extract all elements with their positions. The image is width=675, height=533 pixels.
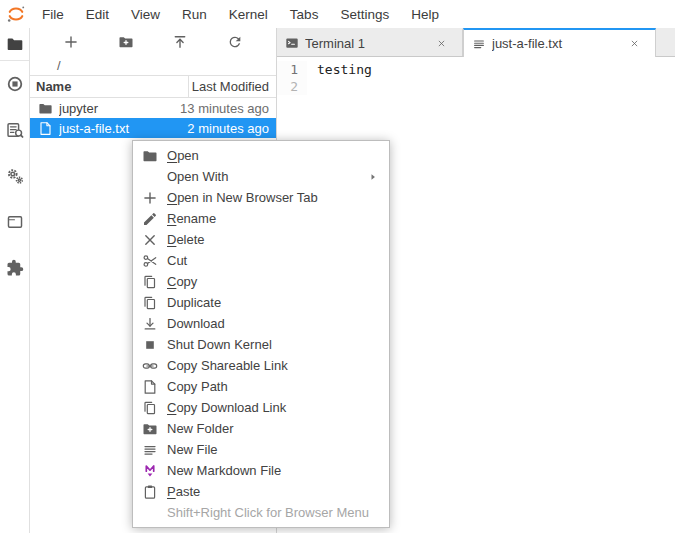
menubar: FileEditViewRunKernelTabsSettingsHelp — [0, 0, 675, 28]
upload-button[interactable] — [168, 30, 192, 54]
context-menu-item-label: Rename — [167, 211, 389, 226]
column-header-name[interactable]: Name — [30, 79, 158, 94]
line-number: 1 — [277, 61, 307, 78]
jupyter-logo-icon — [5, 3, 27, 25]
editor-line: 1testing — [277, 61, 675, 78]
file-list-header: Name Last Modified — [30, 75, 276, 98]
context-menu-item-open-with[interactable]: Open With — [133, 166, 389, 187]
context-menu-item-new-folder[interactable]: New Folder — [133, 418, 389, 439]
menu-kernel[interactable]: Kernel — [218, 0, 279, 28]
menu-edit[interactable]: Edit — [75, 0, 120, 28]
breadcrumb-path: / — [57, 58, 61, 73]
file-list: jupyter13 minutes agojust-a-file.txt2 mi… — [30, 98, 276, 138]
sidebar-item-property-inspector[interactable] — [0, 153, 29, 199]
context-menu-item-label: Shut Down Kernel — [167, 337, 389, 352]
context-menu-item-copy-download-link[interactable]: Copy Download Link — [133, 397, 389, 418]
tab-terminal-1[interactable]: Terminal 1 — [277, 28, 463, 56]
context-menu-item-label: Download — [167, 316, 389, 331]
context-menu-item-label: New Folder — [167, 421, 389, 436]
stop-square-icon — [142, 337, 158, 353]
tabs-icon — [6, 213, 24, 231]
file-browser-toolbar — [30, 28, 276, 56]
refresh-button[interactable] — [223, 30, 247, 54]
refresh-icon — [227, 34, 243, 50]
menu-view[interactable]: View — [120, 0, 171, 28]
context-menu-item-shut-down-kernel[interactable]: Shut Down Kernel — [133, 334, 389, 355]
tab-label: Terminal 1 — [305, 36, 426, 51]
context-menu-item-paste[interactable]: Paste — [133, 481, 389, 502]
sidebar-item-extension-manager[interactable] — [0, 245, 29, 291]
column-header-last-modified[interactable]: Last Modified — [189, 79, 276, 94]
context-menu-item-cut[interactable]: Cut — [133, 250, 389, 271]
new-folder-icon — [118, 34, 134, 50]
palette-icon — [6, 121, 24, 139]
context-menu-item-copy-path[interactable]: Copy Path — [133, 376, 389, 397]
context-menu-item-new-file[interactable]: New File — [133, 439, 389, 460]
line-text — [307, 78, 317, 95]
line-number: 2 — [277, 78, 307, 95]
submenu-arrow-icon — [367, 171, 379, 183]
menu-run[interactable]: Run — [171, 0, 218, 28]
file-icon — [142, 379, 158, 395]
file-modified: 13 minutes ago — [180, 101, 276, 116]
sidebar-item-command-palette[interactable] — [0, 107, 29, 153]
context-menu-item-label: Duplicate — [167, 295, 389, 310]
sidebar-item-open-tabs[interactable] — [0, 199, 29, 245]
tab-just-a-file-txt[interactable]: just-a-file.txt — [463, 28, 656, 57]
folder-icon — [38, 101, 53, 116]
folder-icon — [6, 35, 24, 53]
context-menu-item-copy-shareable-link[interactable]: Copy Shareable Link — [133, 355, 389, 376]
dock-tab-bar: Terminal 1just-a-file.txt — [277, 28, 675, 57]
file-row-just-a-file-txt[interactable]: just-a-file.txt2 minutes ago — [30, 118, 276, 138]
upload-icon — [172, 34, 188, 50]
context-menu-item-label: Open — [167, 148, 389, 163]
context-menu-item-label: New File — [167, 442, 389, 457]
context-menu-item-download[interactable]: Download — [133, 313, 389, 334]
paste-icon — [142, 484, 158, 500]
context-menu-item-open-in-new-browser-tab[interactable]: Open in New Browser Tab — [133, 187, 389, 208]
copy-icon — [142, 274, 158, 290]
new-launcher-button[interactable] — [59, 30, 83, 54]
menu-settings[interactable]: Settings — [329, 0, 400, 28]
file-name: jupyter — [59, 101, 180, 116]
tab-close-icon[interactable] — [434, 36, 448, 50]
sidebar-item-running-sessions[interactable] — [0, 61, 29, 107]
context-menu-item-copy[interactable]: Copy — [133, 271, 389, 292]
sort-caret-up-icon — [79, 82, 89, 92]
text-editor-icon — [142, 442, 158, 458]
new-folder-button[interactable] — [114, 30, 138, 54]
menubar-items: FileEditViewRunKernelTabsSettingsHelp — [31, 0, 450, 28]
new-folder-icon — [142, 421, 158, 437]
jupyterlab-window: FileEditViewRunKernelTabsSettingsHelp / … — [0, 0, 675, 533]
text-editor-icon — [472, 37, 486, 51]
folder-icon — [142, 148, 158, 164]
menu-file[interactable]: File — [31, 0, 75, 28]
tab-close-icon[interactable] — [627, 37, 641, 51]
scissors-icon — [142, 253, 158, 269]
context-menu-item-label: Cut — [167, 253, 389, 268]
context-menu-item-delete[interactable]: Delete — [133, 229, 389, 250]
pencil-icon — [142, 211, 158, 227]
home-folder-icon[interactable] — [38, 59, 52, 73]
context-menu-item-open[interactable]: Open — [133, 145, 389, 166]
context-menu-item-label: Copy Shareable Link — [167, 358, 389, 373]
context-menu-item-new-markdown-file[interactable]: New Markdown File — [133, 460, 389, 481]
plus-icon — [142, 190, 158, 206]
terminal-icon — [285, 36, 299, 50]
file-row-jupyter[interactable]: jupyter13 minutes ago — [30, 98, 276, 118]
context-menu-item-label: Paste — [167, 484, 389, 499]
sidebar-item-file-browser[interactable] — [6, 28, 24, 60]
context-menu-item-label: New Markdown File — [167, 463, 389, 478]
file-icon — [38, 121, 53, 136]
close-icon — [142, 232, 158, 248]
context-menu-item-duplicate[interactable]: Duplicate — [133, 292, 389, 313]
markdown-icon — [142, 463, 158, 479]
context-menu-item-shift-right-click-for-browser-menu: Shift+Right Click for Browser Menu — [133, 502, 389, 523]
blank-icon — [142, 169, 158, 185]
context-menu-item-rename[interactable]: Rename — [133, 208, 389, 229]
breadcrumb[interactable]: / — [30, 56, 276, 75]
menu-help[interactable]: Help — [400, 0, 450, 28]
context-menu-item-label: Open With — [167, 169, 367, 184]
context-menu-item-label: Copy Path — [167, 379, 389, 394]
menu-tabs[interactable]: Tabs — [279, 0, 330, 28]
